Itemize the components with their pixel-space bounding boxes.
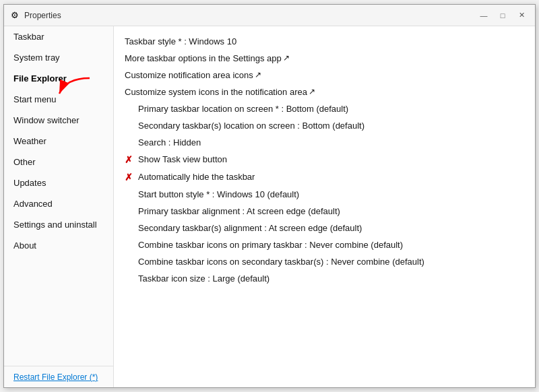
setting-row-secondary-taskbar-alignment: Secondary taskbar(s) alignment : At scre…: [125, 220, 524, 236]
setting-text: More taskbar options in the Settings app: [125, 53, 282, 63]
sidebar: Taskbar System tray File Explorer Start …: [4, 26, 114, 387]
restart-file-explorer-link[interactable]: Restart File Explorer (*): [13, 372, 98, 382]
titlebar-icon: ⚙: [9, 10, 20, 21]
titlebar: ⚙ Properties — □ ✕: [4, 5, 535, 26]
minimize-button[interactable]: —: [476, 9, 492, 22]
sidebar-item-about[interactable]: About: [4, 235, 113, 256]
properties-window: ⚙ Properties — □ ✕ Taskbar System tray F…: [3, 4, 536, 388]
external-link-icon: ↗: [255, 70, 261, 79]
sidebar-item-taskbar[interactable]: Taskbar: [4, 26, 113, 47]
main-content: Taskbar style * : Windows 10More taskbar…: [114, 26, 535, 387]
setting-row-primary-taskbar-alignment: Primary taskbar alignment : At screen ed…: [125, 203, 524, 220]
sidebar-item-other[interactable]: Other: [4, 152, 113, 172]
sidebar-item-advanced[interactable]: Advanced: [4, 193, 113, 214]
setting-text: Primary taskbar location on screen * : B…: [138, 104, 348, 114]
close-button[interactable]: ✕: [513, 9, 530, 22]
maximize-button[interactable]: □: [495, 9, 511, 22]
setting-row-primary-taskbar-location: Primary taskbar location on screen * : B…: [125, 100, 524, 117]
setting-row-more-taskbar-options[interactable]: More taskbar options in the Settings app…: [125, 50, 524, 67]
external-link-icon: ↗: [283, 53, 290, 63]
setting-text: Secondary taskbar(s) location on screen …: [138, 121, 364, 131]
sidebar-item-weather[interactable]: Weather: [4, 131, 113, 152]
setting-text: Secondary taskbar(s) alignment : At scre…: [138, 223, 362, 233]
setting-row-start-button-style: Start button style * : Windows 10 (defau…: [125, 186, 524, 203]
titlebar-controls: — □ ✕: [476, 9, 530, 22]
setting-row-search: Search : Hidden: [125, 134, 524, 151]
setting-row-taskbar-icon-size: Taskbar icon size : Large (default): [125, 270, 524, 287]
setting-row-customize-notification[interactable]: Customize notification area icons ↗: [125, 67, 524, 84]
sidebar-bottom: Restart File Explorer (*): [4, 366, 113, 387]
setting-row-auto-hide-taskbar: ✗Automatically hide the taskbar: [125, 168, 524, 186]
setting-row-customize-system-icons[interactable]: Customize system icons in the notificati…: [125, 84, 524, 100]
setting-row-secondary-taskbar-location: Secondary taskbar(s) location on screen …: [125, 117, 524, 134]
sidebar-item-start-menu[interactable]: Start menu: [4, 89, 113, 110]
setting-row-taskbar-style: Taskbar style * : Windows 10: [125, 33, 524, 50]
setting-text: Primary taskbar alignment : At screen ed…: [138, 206, 340, 216]
setting-text: Taskbar icon size : Large (default): [138, 273, 270, 284]
setting-text: Taskbar style * : Windows 10: [125, 36, 236, 46]
sidebar-item-file-explorer[interactable]: File Explorer: [4, 68, 113, 89]
setting-row-combine-secondary-taskbar: Combine taskbar icons on secondary taskb…: [125, 253, 524, 270]
setting-text: Show Task view button: [138, 154, 227, 164]
settings-container: Taskbar style * : Windows 10More taskbar…: [125, 33, 524, 287]
sidebar-item-settings-uninstall[interactable]: Settings and uninstall: [4, 214, 113, 235]
setting-text: Customize notification area icons: [125, 70, 253, 80]
setting-text: Start button style * : Windows 10 (defau…: [138, 189, 299, 199]
setting-text: Combine taskbar icons on secondary taskb…: [138, 257, 424, 267]
x-mark-icon: ✗: [125, 172, 133, 183]
setting-text: Automatically hide the taskbar: [138, 172, 255, 182]
x-mark-icon: ✗: [125, 154, 133, 165]
setting-text: Combine taskbar icons on primary taskbar…: [138, 240, 403, 250]
setting-row-combine-primary-taskbar: Combine taskbar icons on primary taskbar…: [125, 236, 524, 253]
sidebar-item-system-tray[interactable]: System tray: [4, 47, 113, 68]
setting-text: Search : Hidden: [138, 137, 201, 148]
content-area: Taskbar System tray File Explorer Start …: [4, 26, 535, 387]
external-link-icon: ↗: [309, 87, 315, 96]
titlebar-title: Properties: [24, 11, 476, 20]
sidebar-item-window-switcher[interactable]: Window switcher: [4, 110, 113, 131]
setting-row-show-task-view: ✗Show Task view button: [125, 151, 524, 168]
setting-text: Customize system icons in the notificati…: [125, 87, 307, 97]
sidebar-item-updates[interactable]: Updates: [4, 172, 113, 193]
